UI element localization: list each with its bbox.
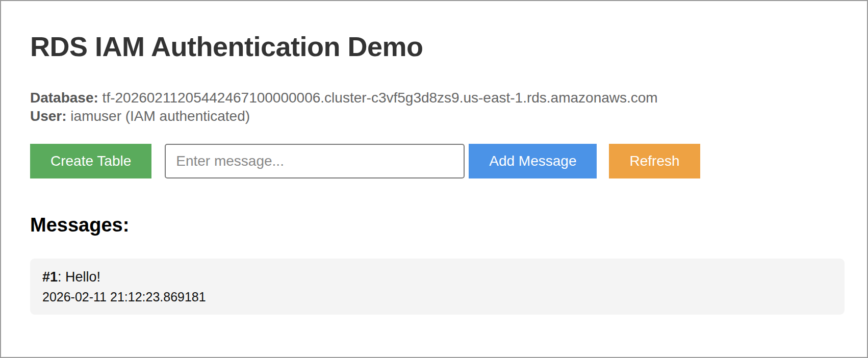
user-value: iamuser (IAM authenticated) xyxy=(67,108,250,124)
messages-heading: Messages: xyxy=(30,214,845,236)
connection-info: Database: tf-20260211205442467100000006.… xyxy=(30,89,845,125)
add-message-button[interactable]: Add Message xyxy=(469,144,597,178)
message-separator: : xyxy=(58,269,65,285)
refresh-button[interactable]: Refresh xyxy=(609,144,700,178)
message-id: #1 xyxy=(42,269,58,285)
message-timestamp: 2026-02-11 21:12:23.869181 xyxy=(42,290,832,304)
database-label: Database: xyxy=(30,90,98,106)
toolbar: Create Table Add Message Refresh xyxy=(30,144,845,178)
database-line: Database: tf-20260211205442467100000006.… xyxy=(30,90,658,106)
create-table-button[interactable]: Create Table xyxy=(30,144,151,178)
page-title: RDS IAM Authentication Demo xyxy=(30,31,845,62)
user-line: User: iamuser (IAM authenticated) xyxy=(30,108,250,124)
message-input[interactable] xyxy=(165,144,465,178)
message-text: Hello! xyxy=(65,269,100,285)
database-value: tf-20260211205442467100000006.cluster-c3… xyxy=(98,90,658,106)
message-list-item: #1: Hello! 2026-02-11 21:12:23.869181 xyxy=(30,259,845,315)
message-line: #1: Hello! xyxy=(42,269,832,285)
app-viewport: RDS IAM Authentication Demo Database: tf… xyxy=(0,0,868,358)
user-label: User: xyxy=(30,108,67,124)
page-content: RDS IAM Authentication Demo Database: tf… xyxy=(1,1,867,315)
